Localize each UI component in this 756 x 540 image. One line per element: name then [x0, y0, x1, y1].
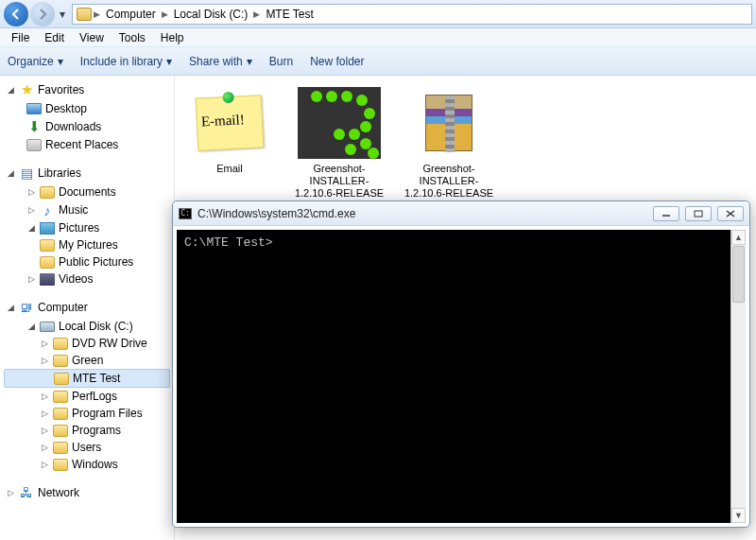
- svg-point-8: [368, 148, 379, 159]
- folder-icon: [77, 8, 92, 21]
- menu-edit[interactable]: Edit: [37, 29, 72, 46]
- svg-point-4: [364, 108, 375, 119]
- nav-history-dropdown[interactable]: ▾: [57, 8, 68, 21]
- nav-my-pictures[interactable]: My Pictures: [0, 236, 174, 253]
- back-button[interactable]: [4, 2, 28, 26]
- nav-users[interactable]: ▷Users: [0, 439, 174, 456]
- maximize-button[interactable]: [685, 206, 712, 221]
- address-bar[interactable]: ▶ Computer ▶ Local Disk (C:) ▶ MTE Test: [72, 4, 752, 25]
- share-with-button[interactable]: Share with▾: [189, 55, 252, 68]
- disk-icon: [40, 322, 55, 332]
- nav-network[interactable]: ▷ 🖧 Network: [0, 482, 174, 503]
- chevron-down-icon: ▾: [247, 55, 252, 68]
- svg-point-10: [334, 129, 345, 140]
- music-icon: ♪: [40, 202, 55, 218]
- nav-recent[interactable]: Recent Places: [0, 136, 174, 153]
- cmd-icon: C:: [179, 208, 192, 219]
- new-folder-button[interactable]: New folder: [310, 55, 364, 68]
- file-greenshot-1[interactable]: Greenshot-INSTALLER-1.2.10.6-RELEASE: [292, 87, 387, 200]
- file-greenshot-2[interactable]: Greenshot-INSTALLER-1.2.10.6-RELEASE: [402, 87, 496, 200]
- expand-icon: ▷: [40, 460, 49, 469]
- nav-green[interactable]: ▷Green: [0, 352, 174, 369]
- nav-local-disk[interactable]: ◢Local Disk (C:): [0, 318, 174, 335]
- nav-desktop[interactable]: Desktop: [0, 100, 174, 117]
- collapse-icon: ◢: [26, 322, 36, 331]
- expand-icon: ▷: [40, 426, 49, 435]
- include-library-button[interactable]: Include in library▾: [80, 55, 172, 68]
- expand-icon: ▷: [40, 409, 49, 418]
- expand-icon: ▷: [40, 339, 49, 348]
- network-icon: 🖧: [19, 485, 34, 500]
- file-email[interactable]: E-mail! Email: [182, 87, 277, 175]
- file-label: Email: [182, 163, 277, 175]
- expand-icon: ▷: [26, 274, 36, 284]
- nav-pictures[interactable]: ◢Pictures: [0, 219, 174, 236]
- close-button[interactable]: [717, 206, 744, 221]
- chevron-down-icon: ▾: [58, 55, 63, 68]
- folder-icon: [53, 442, 68, 454]
- file-label: Greenshot-INSTALLER-1.2.10.6-RELEASE: [292, 163, 387, 200]
- scroll-up-button[interactable]: ▲: [731, 230, 746, 245]
- chevron-right-icon: ▶: [162, 9, 168, 19]
- documents-icon: [40, 186, 55, 199]
- nav-favorites[interactable]: ◢ ★ Favorites: [0, 79, 174, 100]
- chevron-right-icon: ▶: [253, 9, 260, 19]
- nav-public-pictures[interactable]: Public Pictures: [0, 253, 174, 270]
- nav-programs[interactable]: ▷Programs: [0, 422, 174, 439]
- cmd-scrollbar[interactable]: ▲ ▼: [730, 230, 746, 523]
- nav-favorites-label: Favorites: [38, 83, 84, 96]
- nav-dvd[interactable]: ▷DVD RW Drive: [0, 335, 174, 352]
- menu-tools[interactable]: Tools: [112, 29, 153, 46]
- breadcrumb-disk[interactable]: Local Disk (C:): [170, 8, 252, 21]
- nav-program-files[interactable]: ▷Program Files: [0, 405, 174, 422]
- libraries-icon: ▤: [19, 165, 34, 181]
- menu-file[interactable]: File: [4, 29, 37, 46]
- forward-button[interactable]: [30, 2, 55, 26]
- nav-computer[interactable]: ◢ 🖳 Computer: [0, 297, 174, 318]
- menu-view[interactable]: View: [72, 29, 112, 46]
- nav-music[interactable]: ▷♪Music: [0, 200, 174, 219]
- menubar: File Edit View Tools Help: [0, 28, 756, 47]
- chevron-down-icon: ▾: [166, 55, 172, 68]
- organize-button[interactable]: Organize▾: [8, 55, 63, 68]
- expand-icon: ▷: [40, 443, 49, 452]
- nav-libraries-label: Libraries: [38, 166, 81, 180]
- nav-pane: ◢ ★ Favorites Desktop ⬇Downloads Recent …: [0, 76, 175, 540]
- nav-network-label: Network: [38, 486, 79, 499]
- svg-point-0: [311, 91, 322, 102]
- collapse-icon: ◢: [26, 223, 36, 233]
- folder-icon: [53, 355, 68, 367]
- nav-downloads[interactable]: ⬇Downloads: [0, 117, 174, 136]
- scroll-down-button[interactable]: ▼: [731, 508, 746, 523]
- cmd-window[interactable]: C: C:\Windows\system32\cmd.exe C:\MTE Te…: [172, 200, 750, 528]
- menu-help[interactable]: Help: [153, 29, 192, 46]
- cmd-title-text: C:\Windows\system32\cmd.exe: [198, 207, 647, 220]
- burn-button[interactable]: Burn: [269, 55, 293, 68]
- svg-point-6: [349, 129, 360, 140]
- cmd-titlebar[interactable]: C: C:\Windows\system32\cmd.exe: [173, 201, 749, 226]
- collapse-icon: ◢: [6, 303, 15, 312]
- minimize-button[interactable]: [653, 206, 679, 221]
- greenshot-thumb: [298, 87, 381, 159]
- computer-icon: 🖳: [19, 300, 34, 315]
- folder-icon: [40, 256, 55, 269]
- scroll-thumb[interactable]: [732, 246, 745, 303]
- chevron-right-icon: ▶: [94, 9, 100, 19]
- folder-icon: [53, 425, 68, 437]
- downloads-icon: ⬇: [26, 119, 42, 134]
- breadcrumb-current[interactable]: MTE Test: [262, 8, 317, 21]
- expand-icon: ▷: [40, 392, 49, 401]
- breadcrumb-computer[interactable]: Computer: [102, 8, 160, 21]
- folder-icon: [53, 391, 68, 403]
- nav-mte-test[interactable]: MTE Test: [4, 369, 170, 388]
- toolbar: Organize▾ Include in library▾ Share with…: [0, 47, 756, 76]
- nav-libraries[interactable]: ◢ ▤ Libraries: [0, 163, 174, 183]
- nav-windows[interactable]: ▷Windows: [0, 456, 174, 473]
- desktop-icon: [26, 103, 42, 114]
- cmd-body[interactable]: C:\MTE Test> ▲ ▼: [177, 230, 746, 523]
- nav-perflogs[interactable]: ▷PerfLogs: [0, 388, 174, 405]
- expand-icon: ▷: [6, 488, 15, 497]
- nav-videos[interactable]: ▷Videos: [0, 270, 174, 287]
- expand-icon: ▷: [26, 205, 36, 215]
- nav-documents[interactable]: ▷Documents: [0, 183, 174, 200]
